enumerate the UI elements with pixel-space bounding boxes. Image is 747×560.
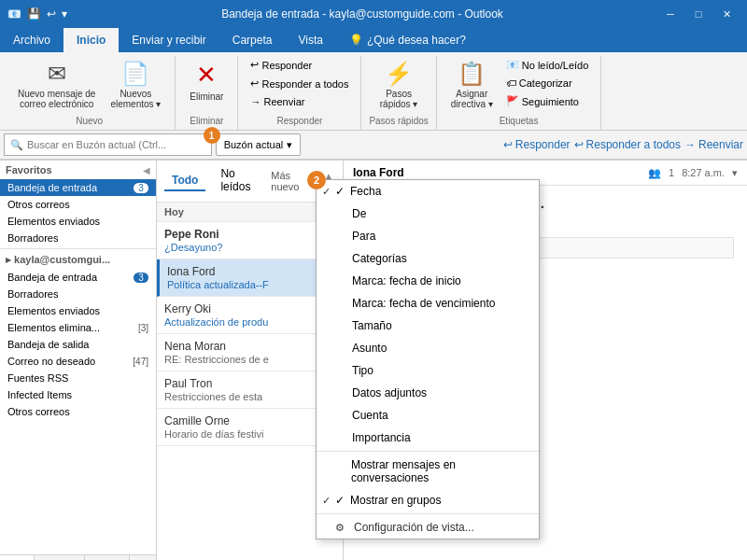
forward-button[interactable]: → Reenviar — [246, 93, 353, 110]
new-items-label: Nuevoselementos ▾ — [110, 89, 161, 109]
dropdown-divider-2 — [317, 513, 539, 514]
quick-steps-button[interactable]: ⚡ Pasosrápidos ▾ — [374, 56, 425, 114]
quick-access-dropdown[interactable]: ▾ — [62, 7, 67, 21]
toolbar-forward[interactable]: → Reenviar — [684, 138, 743, 151]
reply-icon: ↩ — [250, 59, 259, 71]
quick-steps-label: Pasosrápidos ▾ — [380, 89, 418, 109]
dropdown-item-categorias[interactable]: Categorías — [317, 247, 539, 270]
sidebar-item-deseado-acc[interactable]: Correo no deseado [47] — [0, 353, 156, 370]
toolbar-reply[interactable]: ↩ Responder — [503, 138, 571, 151]
email-sender-iona: Iona Ford — [167, 265, 335, 278]
sidebar-item-infected[interactable]: Infected Items — [0, 386, 156, 403]
new-email-button[interactable]: ✉ Nuevo mensaje decorreo electrónico — [11, 56, 102, 114]
tab-archivo[interactable]: Archivo — [0, 28, 63, 52]
quick-access-save[interactable]: 💾 — [27, 7, 41, 21]
followup-button[interactable]: 🚩 Seguimiento — [501, 92, 594, 110]
categorize-icon: 🏷 — [506, 77, 516, 89]
eliminados-badge: [3] — [138, 323, 148, 333]
inbox-acc-label: Bandeja de entrada — [7, 272, 97, 283]
search-box[interactable]: 🔍 1 — [4, 133, 212, 156]
sidebar-item-borradores-fav[interactable]: Borradores — [0, 230, 156, 246]
account-section[interactable]: ▸ kayla@customgui... — [0, 251, 156, 269]
assign-policy-button[interactable]: 📋 Asignardirectiva ▾ — [444, 56, 500, 114]
account-label: ▸ kayla@customgui... — [6, 254, 110, 266]
read-unread-button[interactable]: 📧 No leído/Leído — [501, 56, 594, 74]
dropdown-item-adjuntos[interactable]: Datos adjuntos — [317, 382, 539, 404]
inbox-acc-badge: 3 — [134, 273, 148, 283]
sidebar-item-inbox-fav[interactable]: Bandeja de entrada 3 — [0, 179, 156, 196]
delete-button[interactable]: ✕ Eliminar — [183, 56, 230, 106]
new-items-icon: 📄 — [121, 61, 149, 87]
sort-dropdown-menu[interactable]: 2 ✓ Fecha De Para Categorías Marca: fech… — [316, 179, 540, 539]
reply-all-icon-toolbar: ↩ — [574, 138, 584, 151]
enviados-acc-label: Elementos enviados — [7, 305, 100, 316]
dropdown-item-grupos[interactable]: ✓ Mostrar en grupos — [317, 489, 539, 511]
delete-label: Eliminar — [190, 91, 223, 102]
maximize-button[interactable]: □ — [685, 5, 712, 23]
categorize-button[interactable]: 🏷 Categorizar — [501, 75, 594, 91]
dropdown-item-config[interactable]: ⚙ Configuración de vista... — [317, 516, 539, 539]
sidebar-item-inbox-acc[interactable]: Bandeja de entrada 3 — [0, 269, 156, 286]
reply-button[interactable]: ↩ Responder — [246, 56, 353, 74]
dropdown-arrow-meta[interactable]: ▾ — [732, 167, 738, 179]
sidebar-item-rss-acc[interactable]: Fuentes RSS — [0, 370, 156, 386]
tab-vista[interactable]: Vista — [285, 28, 335, 52]
dropdown-item-marca-inicio[interactable]: Marca: fecha de inicio — [317, 270, 539, 292]
nuevo-buttons: ✉ Nuevo mensaje decorreo electrónico 📄 N… — [11, 56, 167, 114]
sidebar-scroll: Bandeja de entrada 3 Otros correos Eleme… — [0, 179, 156, 554]
window-title: Bandeja de entrada - kayla@customguide.c… — [221, 7, 503, 21]
reply-all-label: Responder a todos — [261, 78, 348, 90]
email-sender-paul: Paul Tron — [164, 377, 335, 390]
ribbon: Archivo Inicio Enviar y recibir Carpeta … — [0, 28, 747, 161]
minimize-button[interactable]: ─ — [657, 5, 684, 23]
sidebar-item-enviados-acc[interactable]: Elementos enviados — [0, 302, 156, 319]
close-button[interactable]: ✕ — [713, 5, 740, 23]
email-from: Iona Ford — [353, 166, 404, 179]
tab-enviar[interactable]: Enviar y recibir — [119, 28, 218, 52]
deseado-acc-label: Correo no deseado — [7, 356, 95, 367]
nav-tab-personas[interactable]: 👤 Personas — [85, 555, 129, 560]
sidebar-collapse[interactable]: Favoritos ◀ — [0, 161, 156, 179]
dropdown-item-conversaciones[interactable]: Mostrar mensajes en conversaciones — [317, 454, 539, 489]
sidebar-item-enviados-fav[interactable]: Elementos enviados — [0, 213, 156, 230]
tab-carpeta[interactable]: Carpeta — [219, 28, 286, 52]
reply-all-icon: ↩ — [250, 77, 259, 90]
new-items-button[interactable]: 📄 Nuevoselementos ▾ — [104, 56, 167, 114]
toolbar-reply-all[interactable]: ↩ Responder a todos — [574, 138, 681, 151]
nav-tab-calendario[interactable]: 📅 Calendario — [35, 555, 85, 560]
sidebar-item-eliminados-acc[interactable]: Elementos elimina... [3] — [0, 319, 156, 336]
tab-inicio[interactable]: Inicio — [63, 28, 119, 52]
dropdown-item-cuenta[interactable]: Cuenta — [317, 404, 539, 427]
dropdown-item-para[interactable]: Para — [317, 225, 539, 247]
eliminados-acc-label: Elementos elimina... — [7, 322, 100, 333]
reply-all-button[interactable]: ↩ Responder a todos — [246, 75, 353, 92]
sidebar-item-salida-acc[interactable]: Bandeja de salida — [0, 336, 156, 353]
email-people-count: 1 — [669, 167, 674, 178]
search-scope-button[interactable]: Buzón actual ▾ — [216, 133, 302, 156]
sidebar-item-otros-acc[interactable]: Otros correos — [0, 403, 156, 420]
dropdown-item-tipo[interactable]: Tipo — [317, 359, 539, 382]
dropdown-item-asunto[interactable]: Asunto — [317, 337, 539, 359]
dropdown-item-marca-venc[interactable]: Marca: fecha de vencimiento — [317, 292, 539, 315]
forward-label: Reenviar — [263, 96, 304, 107]
dropdown-item-importancia[interactable]: Importancia — [317, 427, 539, 449]
ribbon-group-eliminar: ✕ Eliminar Eliminar — [176, 56, 238, 130]
tab-help[interactable]: 💡 ¿Qué desea hacer? — [336, 28, 479, 52]
filter-unread[interactable]: No leídos — [213, 164, 263, 198]
filter-all[interactable]: Todo — [164, 171, 205, 191]
dropdown-item-tamanio[interactable]: Tamaño — [317, 315, 539, 337]
ribbon-content: ✉ Nuevo mensaje decorreo electrónico 📄 N… — [0, 52, 747, 131]
sidebar-item-otros-fav[interactable]: Otros correos — [0, 196, 156, 213]
sidebar-item-borradores-acc[interactable]: Borradores — [0, 286, 156, 302]
ribbon-group-etiquetas: 📋 Asignardirectiva ▾ 📧 No leído/Leído 🏷 … — [437, 56, 602, 130]
dropdown-item-fecha[interactable]: ✓ Fecha — [317, 180, 539, 203]
collapse-icon: ◀ — [143, 165, 150, 175]
search-input[interactable] — [27, 139, 205, 150]
email-preview-iona: Política actualizada--F — [167, 279, 335, 290]
quick-access-undo[interactable]: ↩ — [47, 7, 56, 21]
ribbon-group-pasos: ⚡ Pasosrápidos ▾ Pasos rápidos — [361, 56, 436, 130]
sort-label: Más nuevo — [271, 170, 306, 192]
dropdown-item-de[interactable]: De — [317, 203, 539, 225]
nav-tab-correo[interactable]: ✉ Correo — [0, 555, 35, 560]
flag-icon: 🚩 — [506, 95, 519, 107]
